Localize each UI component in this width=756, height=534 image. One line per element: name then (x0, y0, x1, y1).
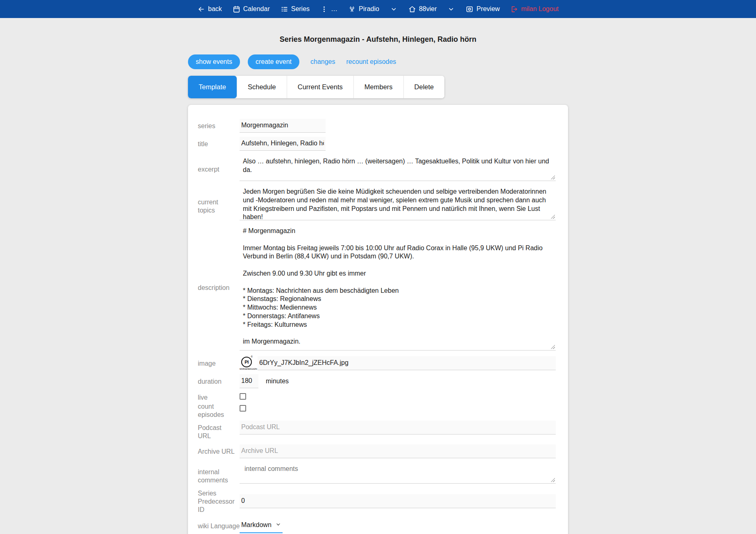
nav-studio-88vier[interactable]: 88vier (408, 5, 437, 13)
image-filename-input[interactable] (258, 356, 556, 370)
internal-comments-textarea[interactable] (240, 462, 556, 484)
live-checkbox[interactable] (240, 393, 246, 400)
series-row: series (198, 119, 556, 133)
wiki-language-row: wiki Language Markdown (198, 519, 556, 533)
nav-logout-label: milan Logout (521, 5, 559, 13)
title-row: title (198, 137, 556, 151)
image-row: image © PI MORGENMAGAZIN (198, 356, 556, 370)
antenna-icon (348, 5, 356, 13)
recount-episodes-link[interactable]: recount episodes (346, 58, 396, 66)
live-label: live (198, 392, 235, 402)
nav-series-label: Series (291, 5, 310, 13)
duration-label: duration (198, 374, 235, 386)
nav-preview[interactable]: Preview (466, 5, 500, 13)
current-topics-row: current topics Jeden Morgen begrüßen Sie… (198, 185, 556, 220)
archive-url-label: Archive URL (198, 444, 235, 456)
internal-comments-row: internal comments (198, 462, 556, 484)
home-icon (408, 5, 416, 13)
kebab-menu-icon (320, 5, 328, 13)
nav-studio-label: 88vier (419, 5, 437, 13)
excerpt-label: excerpt (198, 155, 235, 174)
series-predecessor-label: Series Predecessor ID (198, 489, 235, 514)
current-topics-textarea[interactable]: Jeden Morgen begrüßen Sie die keine Müdi… (240, 185, 556, 220)
podcast-url-input[interactable] (240, 421, 556, 434)
logo-mark: © (251, 355, 253, 358)
excerpt-row: excerpt Also … aufstehn, hinlegen, Radio… (198, 155, 556, 181)
podcast-url-label: Podcast URL (198, 421, 235, 440)
nav-logout[interactable]: milan Logout (510, 5, 559, 13)
series-actions: show events create event changes recount… (188, 54, 568, 69)
series-input[interactable] (240, 119, 326, 133)
nav-station-piradio[interactable]: Piradio (348, 5, 379, 13)
nav-back-label: back (208, 5, 222, 13)
studio-chevron-down-icon[interactable] (448, 6, 454, 12)
wiki-language-select[interactable]: Markdown (240, 519, 283, 533)
preview-icon (466, 5, 473, 13)
wiki-language-value: Markdown (241, 521, 272, 529)
podcast-url-row: Podcast URL (198, 421, 556, 440)
list-icon (281, 5, 288, 13)
title-label: title (198, 137, 235, 148)
duration-row: duration minutes (198, 374, 556, 388)
series-image-thumbnail[interactable]: © PI MORGENMAGAZIN (240, 356, 254, 370)
tab-delete[interactable]: Delete (404, 76, 445, 98)
series-predecessor-row: Series Predecessor ID (198, 489, 556, 514)
wiki-language-label: wiki Language (198, 519, 235, 530)
tab-members[interactable]: Members (354, 76, 404, 98)
logout-icon (510, 5, 518, 13)
series-label: series (198, 119, 235, 130)
show-events-button[interactable]: show events (188, 54, 240, 69)
nav-station-label: Piradio (359, 5, 379, 13)
duration-suffix: minutes (266, 378, 289, 385)
count-episodes-row: count episodes (198, 403, 556, 419)
nav-calendar-label: Calendar (243, 5, 270, 13)
pi-logo-icon: PI (241, 357, 252, 367)
create-event-button[interactable]: create event (248, 54, 299, 69)
nav-calendar[interactable]: Calendar (233, 5, 270, 13)
series-predecessor-input[interactable] (240, 494, 556, 508)
series-tabbar: Template Schedule Current Events Members… (188, 76, 444, 98)
template-form-card: series title excerpt Also … aufstehn, hi… (188, 105, 568, 534)
logo-subtext: MORGENMAGAZIN (240, 368, 254, 370)
nav-back[interactable]: back (197, 5, 222, 13)
current-topics-label: current topics (198, 185, 235, 215)
station-chevron-down-icon[interactable] (391, 6, 397, 12)
archive-url-input[interactable] (240, 444, 556, 458)
tab-template[interactable]: Template (188, 76, 237, 98)
nav-series[interactable]: Series (281, 5, 310, 13)
tab-schedule[interactable]: Schedule (237, 76, 287, 98)
image-label: image (198, 356, 235, 368)
internal-comments-label: internal comments (198, 462, 235, 484)
count-episodes-label: count episodes (198, 403, 235, 419)
page-content: Series Morgenmagazin - Aufstehn, Hinlege… (188, 35, 568, 534)
excerpt-textarea[interactable]: Also … aufstehn, hinlegen, Radio hörn … … (240, 155, 556, 181)
changes-link[interactable]: changes (310, 58, 335, 66)
top-navbar: back Calendar Series … Piradio 88vier Pr… (0, 0, 756, 18)
description-textarea[interactable]: # Morgenmagazin Immer Montag bis Freitag… (240, 224, 556, 351)
arrow-left-icon (197, 5, 205, 13)
tab-current-events[interactable]: Current Events (287, 76, 354, 98)
description-row: description # Morgenmagazin Immer Montag… (198, 224, 556, 351)
nav-more[interactable]: … (320, 5, 337, 13)
nav-preview-label: Preview (476, 5, 500, 13)
duration-input[interactable] (240, 374, 258, 388)
archive-url-row: Archive URL (198, 444, 556, 458)
nav-more-label: … (331, 5, 337, 13)
description-label: description (198, 224, 235, 292)
live-row: live (198, 392, 556, 402)
count-episodes-checkbox[interactable] (240, 405, 246, 412)
title-input[interactable] (240, 137, 326, 151)
page-title: Series Morgenmagazin - Aufstehn, Hinlege… (188, 35, 568, 44)
chevron-down-icon (276, 521, 281, 529)
calendar-icon (233, 5, 240, 13)
